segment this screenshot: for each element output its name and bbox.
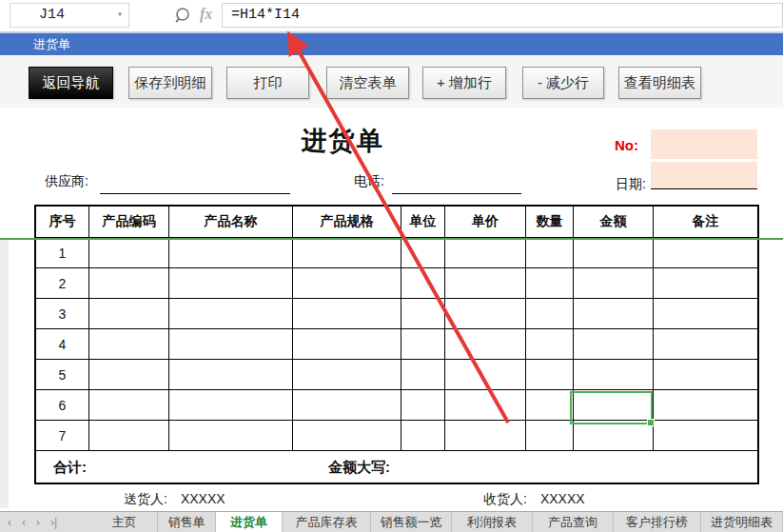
table-cell[interactable] bbox=[169, 421, 293, 451]
table-cell[interactable] bbox=[654, 421, 757, 451]
header-quantity[interactable]: 数量 bbox=[526, 207, 574, 238]
no-input-cell[interactable] bbox=[651, 129, 757, 159]
table-cell[interactable] bbox=[526, 421, 574, 451]
table-cell[interactable] bbox=[401, 299, 445, 329]
table-cell[interactable] bbox=[654, 360, 757, 390]
table-cell[interactable] bbox=[169, 329, 293, 360]
table-cell[interactable] bbox=[654, 238, 757, 268]
table-cell[interactable] bbox=[445, 360, 526, 390]
table-cell[interactable] bbox=[526, 238, 574, 268]
header-unit-price[interactable]: 单价 bbox=[445, 207, 526, 238]
table-cell[interactable] bbox=[654, 329, 757, 360]
first-sheet-icon[interactable]: ‹ bbox=[8, 516, 11, 529]
header-product-spec[interactable]: 产品规格 bbox=[293, 207, 401, 238]
table-cell[interactable] bbox=[293, 421, 401, 451]
table-cell[interactable] bbox=[293, 268, 401, 299]
table-cell[interactable] bbox=[445, 268, 526, 299]
table-cell[interactable] bbox=[445, 238, 526, 268]
sheet-tab-purchase-detail[interactable]: 进货明细表 bbox=[701, 512, 783, 532]
table-cell[interactable] bbox=[574, 329, 654, 360]
header-product-code[interactable]: 产品编码 bbox=[89, 207, 169, 238]
table-cell[interactable] bbox=[526, 329, 574, 360]
prev-sheet-icon[interactable]: ‹ bbox=[22, 516, 26, 529]
table-cell[interactable] bbox=[169, 360, 293, 390]
next-sheet-icon[interactable]: › bbox=[36, 516, 40, 529]
sheet-tab-inventory[interactable]: 产品库存表 bbox=[283, 512, 371, 532]
table-cell[interactable] bbox=[401, 268, 445, 299]
remove-row-button[interactable]: - 减少行 bbox=[522, 67, 604, 99]
name-box[interactable]: J14 ▾ bbox=[10, 3, 129, 28]
table-cell[interactable] bbox=[526, 390, 574, 421]
table-cell[interactable] bbox=[293, 360, 401, 390]
save-to-detail-button[interactable]: 保存到明细 bbox=[128, 67, 212, 99]
row-number-cell[interactable]: 7 bbox=[36, 421, 89, 451]
sheet-title-label: 进货单 bbox=[33, 37, 70, 51]
table-cell[interactable] bbox=[574, 360, 654, 390]
table-cell[interactable] bbox=[654, 299, 757, 329]
table-cell[interactable] bbox=[654, 268, 757, 299]
table-cell[interactable] bbox=[445, 299, 526, 329]
table-cell[interactable] bbox=[169, 268, 293, 299]
back-to-nav-button[interactable]: 返回导航 bbox=[29, 67, 113, 99]
table-cell[interactable] bbox=[526, 299, 574, 329]
row-number-cell[interactable]: 2 bbox=[36, 268, 89, 299]
header-remark[interactable]: 备注 bbox=[654, 207, 757, 238]
table-cell[interactable] bbox=[293, 390, 401, 421]
fx-icon[interactable]: fx bbox=[200, 6, 212, 23]
table-cell[interactable] bbox=[89, 360, 169, 390]
clear-form-button[interactable]: 清空表单 bbox=[326, 67, 409, 99]
row-number-cell[interactable]: 6 bbox=[36, 390, 89, 421]
table-cell[interactable] bbox=[526, 360, 574, 390]
table-cell[interactable] bbox=[445, 390, 526, 421]
table-cell[interactable] bbox=[293, 329, 401, 360]
table-cell[interactable] bbox=[89, 299, 169, 329]
table-row: 4 bbox=[36, 329, 757, 360]
table-cell[interactable] bbox=[654, 390, 757, 421]
table-cell[interactable] bbox=[293, 299, 401, 329]
table-cell[interactable] bbox=[169, 238, 293, 268]
chevron-down-icon[interactable]: ▾ bbox=[117, 4, 123, 27]
table-cell[interactable] bbox=[89, 329, 169, 360]
header-product-name[interactable]: 产品名称 bbox=[169, 207, 293, 238]
header-seq[interactable]: 序号 bbox=[36, 207, 89, 238]
table-cell[interactable] bbox=[574, 238, 654, 268]
header-amount[interactable]: 金额 bbox=[574, 207, 654, 238]
table-cell[interactable] bbox=[89, 421, 169, 451]
add-row-button[interactable]: + 增加行 bbox=[422, 67, 506, 99]
table-cell[interactable] bbox=[574, 421, 654, 451]
table-cell[interactable] bbox=[401, 421, 445, 451]
sheet-tab-sales-overview[interactable]: 销售额一览 bbox=[371, 512, 452, 532]
header-unit[interactable]: 单位 bbox=[401, 207, 445, 238]
sheet-tab-sales-order[interactable]: 销售单 bbox=[158, 512, 216, 532]
sheet-tab-product-query[interactable]: 产品查询 bbox=[533, 512, 614, 532]
formula-input[interactable]: =H14*I14 bbox=[222, 3, 783, 28]
table-cell[interactable] bbox=[293, 238, 401, 268]
row-number-cell[interactable]: 4 bbox=[36, 329, 89, 360]
table-cell[interactable] bbox=[445, 329, 526, 360]
table-cell[interactable] bbox=[401, 360, 445, 390]
table-cell[interactable] bbox=[401, 390, 445, 421]
table-cell[interactable] bbox=[89, 238, 169, 268]
view-detail-table-button[interactable]: 查看明细表 bbox=[618, 67, 701, 99]
table-cell[interactable] bbox=[401, 329, 445, 360]
table-cell[interactable] bbox=[169, 299, 293, 329]
table-cell[interactable] bbox=[574, 268, 654, 299]
table-cell[interactable] bbox=[169, 390, 293, 421]
table-cell[interactable] bbox=[574, 299, 654, 329]
sheet-tab-home[interactable]: 主页 bbox=[91, 512, 158, 532]
table-cell[interactable] bbox=[526, 268, 574, 299]
row-number-cell[interactable]: 1 bbox=[36, 238, 89, 268]
magnifier-icon[interactable] bbox=[173, 6, 194, 27]
table-cell[interactable] bbox=[89, 268, 169, 299]
row-number-cell[interactable]: 5 bbox=[36, 360, 89, 390]
table-cell[interactable] bbox=[445, 421, 526, 451]
sheet-tab-purchase-order[interactable]: 进货单 bbox=[216, 512, 283, 532]
sheet-tab-customer-ranking[interactable]: 客户排行榜 bbox=[614, 512, 701, 532]
table-cell[interactable] bbox=[89, 390, 169, 421]
row-number-cell[interactable]: 3 bbox=[36, 299, 89, 329]
sheet-tab-profit-report[interactable]: 利润报表 bbox=[452, 512, 533, 532]
print-button[interactable]: 打印 bbox=[226, 67, 309, 99]
table-cell[interactable] bbox=[401, 238, 445, 268]
last-sheet-icon[interactable]: ›| bbox=[50, 516, 57, 529]
date-input-cell[interactable] bbox=[651, 162, 757, 189]
